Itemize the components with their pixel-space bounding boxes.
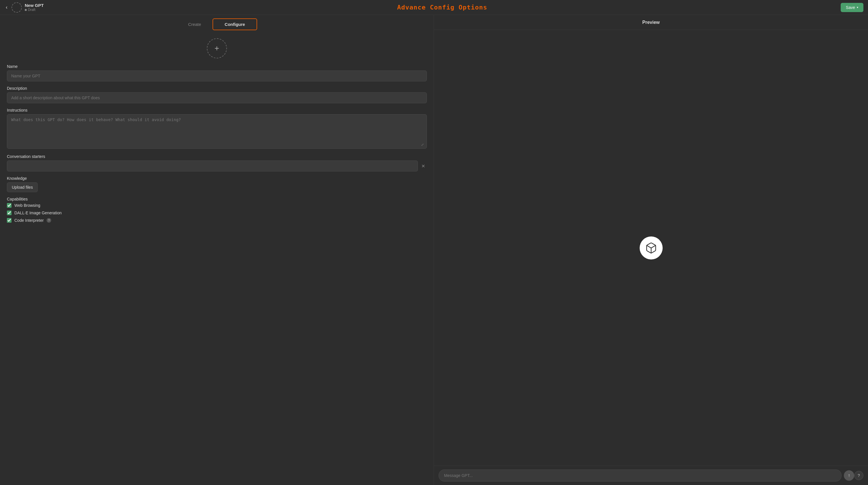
- gpt-avatar: [11, 2, 22, 13]
- code-interpreter-label: Code Interpreter: [14, 218, 44, 223]
- conversation-starters-label: Conversation starters: [7, 154, 427, 159]
- starter-input[interactable]: [7, 160, 418, 172]
- expand-icon[interactable]: ⤢: [421, 143, 424, 147]
- preview-bottom: ↑ ?: [434, 466, 868, 485]
- description-label: Description: [7, 86, 427, 91]
- starter-clear-button[interactable]: ✕: [420, 162, 427, 171]
- instructions-textarea[interactable]: [7, 114, 427, 149]
- tab-configure[interactable]: Configure: [213, 19, 257, 30]
- preview-cube-icon: [640, 237, 663, 260]
- message-input[interactable]: [439, 469, 841, 482]
- web-browsing-label: Web Browsing: [14, 203, 40, 208]
- preview-header: Preview: [434, 15, 868, 30]
- main-layout: Create Configure + Name Description: [0, 15, 868, 485]
- cube-svg: [645, 242, 657, 254]
- instructions-field-group: Instructions ⤢: [7, 108, 427, 150]
- description-field-group: Description: [7, 86, 427, 103]
- starter-row: ✕: [7, 160, 427, 172]
- name-field-group: Name: [7, 64, 427, 82]
- right-panel: Preview ↑ ?: [434, 15, 868, 485]
- knowledge-group: Knowledge Upload files: [7, 176, 427, 192]
- instructions-textarea-wrapper: ⤢: [7, 114, 427, 150]
- send-icon: ↑: [848, 473, 850, 478]
- topbar-left: ‹ New GPT Draft: [5, 2, 44, 13]
- add-photo-button[interactable]: +: [207, 38, 227, 58]
- plus-icon: +: [215, 44, 219, 52]
- help-icon[interactable]: ?: [46, 218, 51, 223]
- instructions-label: Instructions: [7, 108, 427, 113]
- tab-create[interactable]: Create: [177, 19, 213, 30]
- gpt-status: Draft: [25, 8, 44, 12]
- code-interpreter-checkbox[interactable]: [7, 218, 11, 223]
- gpt-name: New GPT: [25, 3, 44, 8]
- dalle-label: DALL·E Image Generation: [14, 211, 62, 215]
- preview-title: Preview: [642, 20, 659, 25]
- save-button[interactable]: Save ▾: [841, 3, 863, 12]
- capabilities-group: Capabilities Web Browsing DALL·E Image G…: [7, 197, 427, 223]
- chevron-down-icon: ▾: [857, 6, 858, 9]
- tabs: Create Configure: [0, 15, 434, 34]
- gpt-info: New GPT Draft: [25, 3, 44, 12]
- dalle-checkbox[interactable]: [7, 211, 11, 215]
- conversation-starters-group: Conversation starters ✕: [7, 154, 427, 172]
- knowledge-label: Knowledge: [7, 176, 427, 181]
- back-button[interactable]: ‹: [5, 3, 9, 11]
- capability-item-code-interpreter: Code Interpreter ?: [7, 218, 427, 223]
- capabilities-list: Web Browsing DALL·E Image Generation Cod…: [7, 203, 427, 223]
- upload-files-button[interactable]: Upload files: [7, 182, 38, 192]
- status-dot: [25, 9, 27, 11]
- left-panel: Create Configure + Name Description: [0, 15, 434, 485]
- capability-item-web-browsing: Web Browsing: [7, 203, 427, 208]
- name-input[interactable]: [7, 70, 427, 82]
- send-button[interactable]: ↑: [844, 470, 854, 481]
- preview-content: [434, 30, 868, 466]
- help-question-icon: ?: [858, 473, 860, 478]
- preview-help-button[interactable]: ?: [854, 471, 863, 480]
- web-browsing-checkbox[interactable]: [7, 203, 11, 208]
- topbar: ‹ New GPT Draft Advance Config Options S…: [0, 0, 868, 15]
- configure-content: + Name Description Instructions ⤢: [0, 34, 434, 485]
- capabilities-label: Capabilities: [7, 197, 427, 201]
- name-label: Name: [7, 64, 427, 69]
- page-title: Advance Config Options: [397, 4, 487, 11]
- description-input[interactable]: [7, 92, 427, 103]
- capability-item-dalle: DALL·E Image Generation: [7, 211, 427, 215]
- add-photo-container: +: [7, 38, 427, 58]
